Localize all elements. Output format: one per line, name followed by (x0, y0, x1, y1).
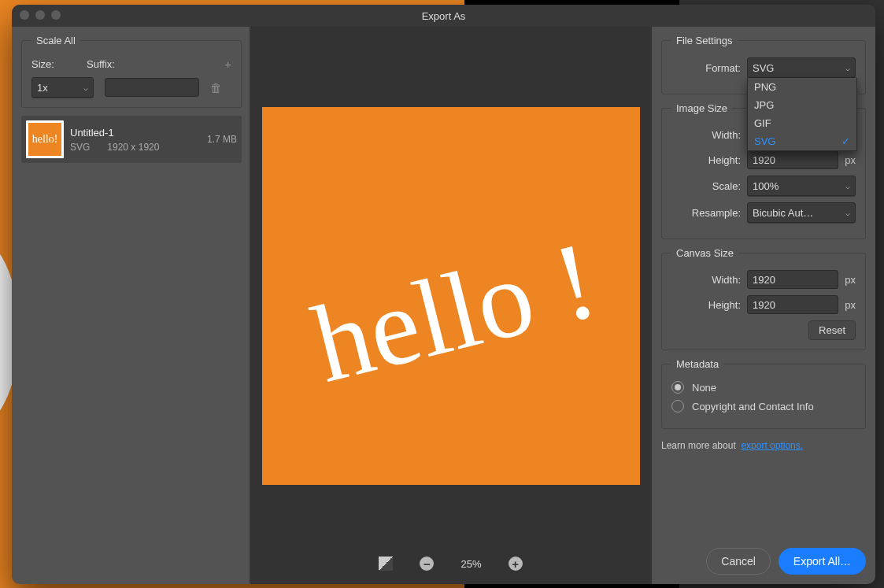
canvas-height-input[interactable]: 1920 (747, 295, 838, 314)
preview-canvas: hello ! (262, 107, 640, 485)
image-height-input[interactable]: 1920 (747, 150, 838, 169)
metadata-option-label: Copyright and Contact Info (692, 401, 814, 412)
zoom-toolbar: − 25% + (250, 543, 652, 584)
dialog-title: Export As (422, 10, 466, 22)
file-settings-legend: File Settings (671, 35, 738, 46)
thumb-text: hello! (32, 133, 58, 146)
metadata-legend: Metadata (671, 358, 723, 370)
unit-label: px (845, 274, 856, 286)
size-label: Size: (31, 58, 87, 70)
image-scale-select[interactable]: 100%⌵ (747, 176, 856, 196)
export-as-dialog: Export As Scale All Size: Suffix: + 1x ⌵… (12, 5, 875, 584)
traffic-light-max[interactable] (51, 10, 61, 20)
suffix-label: Suffix: (87, 58, 224, 70)
image-width-label: Width: (671, 129, 741, 141)
chevron-down-icon: ⌵ (845, 64, 850, 72)
add-scale-icon[interactable]: + (224, 57, 231, 71)
export-all-button[interactable]: Export All… (779, 548, 866, 575)
chevron-down-icon: ⌵ (83, 83, 88, 92)
suffix-input[interactable] (105, 78, 199, 97)
format-option-jpg[interactable]: JPG (748, 96, 856, 114)
format-option-svg[interactable]: SVG✓ (748, 132, 856, 150)
canvas-width-input[interactable]: 1920 (747, 270, 838, 289)
reset-button[interactable]: Reset (808, 320, 856, 340)
dialog-titlebar[interactable]: Export As (12, 5, 875, 27)
canvas-width-label: Width: (671, 274, 741, 286)
asset-filesize: 1.7 MB (207, 134, 237, 145)
asset-name: Untitled-1 (70, 127, 207, 139)
image-size-legend: Image Size (671, 102, 732, 114)
zoom-out-icon[interactable]: − (420, 557, 434, 571)
image-height-label: Height: (671, 154, 741, 166)
format-option-label: PNG (754, 81, 776, 93)
contrast-toggle-icon[interactable] (379, 557, 393, 571)
metadata-group: Metadata None Copyright and Contact Info (661, 358, 866, 429)
unit-label: px (845, 154, 856, 166)
asset-thumbnail: hello! (26, 120, 64, 158)
format-option-label: JPG (754, 99, 774, 111)
unit-label: px (845, 299, 856, 311)
check-icon: ✓ (841, 135, 850, 147)
metadata-option-none[interactable]: None (671, 381, 856, 394)
export-options-link[interactable]: export options. (741, 440, 803, 451)
zoom-in-icon[interactable]: + (509, 557, 523, 571)
format-option-label: GIF (754, 117, 771, 129)
chevron-down-icon: ⌵ (845, 209, 850, 217)
format-option-png[interactable]: PNG (748, 78, 856, 96)
chevron-down-icon: ⌵ (845, 182, 850, 190)
scale-all-legend: Scale All (31, 35, 80, 46)
size-select-value: 1x (37, 82, 48, 94)
image-scale-value: 100% (753, 180, 779, 192)
format-option-gif[interactable]: GIF (748, 114, 856, 132)
format-option-label: SVG (754, 135, 775, 147)
format-label: Format: (671, 62, 741, 74)
radio-off-icon (671, 400, 684, 412)
preview-area[interactable]: hello ! (250, 27, 652, 543)
zoom-level: 25% (460, 558, 481, 570)
traffic-light-min[interactable] (35, 10, 45, 20)
resample-label: Resample: (671, 207, 741, 219)
format-select-value: SVG (753, 62, 774, 74)
format-dropdown-menu: PNG JPG GIF SVG✓ (747, 78, 857, 151)
scale-all-group: Scale All Size: Suffix: + 1x ⌵ 🗑 (21, 35, 242, 108)
file-settings-group: File Settings Format: SVG ⌵ PNG JPG GIF … (661, 35, 866, 94)
resample-select[interactable]: Bicubic Aut…⌵ (747, 202, 856, 223)
asset-format: SVG (70, 142, 90, 153)
image-scale-label: Scale: (671, 180, 741, 192)
asset-dimensions: 1920 x 1920 (107, 142, 159, 153)
window-controls (20, 10, 61, 20)
resample-value: Bicubic Aut… (753, 207, 813, 219)
metadata-option-label: None (692, 382, 716, 394)
learn-more-text: Learn more about (661, 440, 736, 451)
format-select[interactable]: SVG ⌵ (747, 57, 856, 78)
canvas-art-text: hello ! (301, 216, 608, 408)
cancel-button[interactable]: Cancel (706, 548, 771, 575)
size-select[interactable]: 1x ⌵ (31, 77, 94, 98)
preview-column: hello ! − 25% + (250, 27, 652, 584)
canvas-height-label: Height: (671, 299, 741, 311)
asset-row[interactable]: hello! Untitled-1 SVG 1920 x 1920 1.7 MB (21, 116, 242, 163)
delete-scale-icon[interactable]: 🗑 (210, 81, 222, 94)
traffic-light-close[interactable] (20, 10, 29, 20)
canvas-size-group: Canvas Size Width: 1920 px Height: 1920 … (661, 247, 866, 350)
canvas-size-legend: Canvas Size (671, 247, 738, 259)
right-column: File Settings Format: SVG ⌵ PNG JPG GIF … (652, 27, 875, 584)
radio-on-icon (671, 381, 684, 394)
left-column: Scale All Size: Suffix: + 1x ⌵ 🗑 hello! (12, 27, 250, 584)
metadata-option-copyright[interactable]: Copyright and Contact Info (671, 400, 856, 412)
